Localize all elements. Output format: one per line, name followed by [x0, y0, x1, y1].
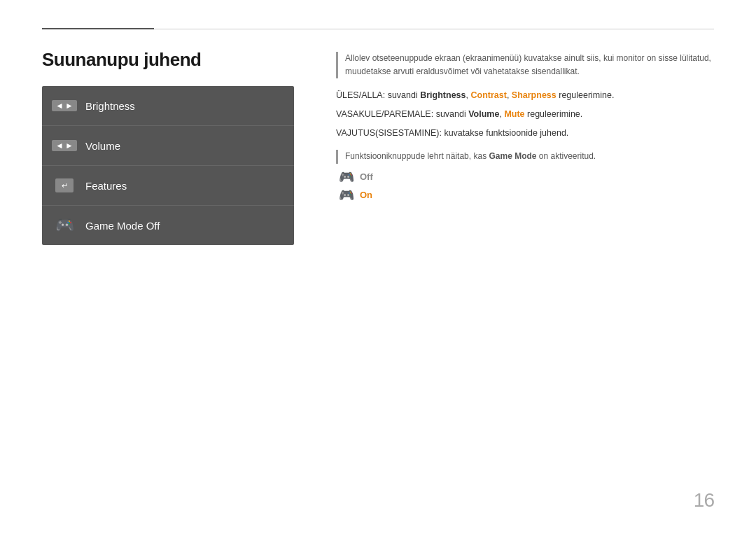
menu-item-brightness[interactable]: ◄ ► Brightness [42, 86, 294, 126]
game-mode-label: Game Mode Off [85, 220, 160, 232]
instruction-press: VAJUTUS(SISESTAMINE): kuvatakse funktsio… [336, 126, 714, 140]
game-mode-on: 🎮 On [339, 188, 714, 203]
enter-icon: ↵ [55, 178, 74, 192]
left-column: Suunanupu juhend ◄ ► Brightness [42, 49, 294, 245]
instruction-up-down: ÜLES/ALLA: suvandi Brightness, Contrast,… [336, 88, 714, 102]
menu-item-volume[interactable]: ◄ ► Volume [42, 126, 294, 166]
main-content: Suunanupu juhend ◄ ► Brightness [42, 49, 714, 245]
note-text: Allolev otseteenuppude ekraan (ekraanime… [345, 52, 714, 78]
instruction-left-right: VASAKULE/PAREMALE: suvandi Volume, Mute … [336, 107, 714, 121]
page-number: 16 [694, 489, 714, 512]
volume-label: Volume [85, 140, 120, 152]
game-mode-note-text: Funktsiooniknuppude lehrt näitab, kas Ga… [345, 150, 714, 163]
top-decorative-lines [42, 28, 714, 29]
game-mode-options: 🎮 Off 🎮 On [339, 169, 714, 203]
game-mode-icon: 🎮 [53, 214, 76, 237]
volume-icon: ◄ ► [53, 134, 76, 157]
menu-item-features[interactable]: ↵ Features [42, 166, 294, 206]
page-container: Suunanupu juhend ◄ ► Brightness [0, 0, 756, 534]
menu-item-game-mode[interactable]: 🎮 Game Mode Off [42, 206, 294, 245]
game-mode-off-label: Off [360, 171, 373, 182]
top-line-light [154, 29, 714, 29]
top-line-dark [42, 28, 154, 29]
brightness-label: Brightness [85, 100, 135, 112]
arrow-left-right-compact-icon: ◄ ► [52, 140, 77, 151]
game-mode-off: 🎮 Off [339, 169, 714, 185]
page-title: Suunanupu juhend [42, 49, 294, 71]
controller-on-icon: 🎮 [339, 188, 354, 203]
game-mode-note: Funktsiooniknuppude lehrt näitab, kas Ga… [336, 150, 714, 163]
game-mode-on-label: On [360, 190, 372, 200]
controller-off-icon: 🎮 [339, 169, 354, 185]
features-icon: ↵ [53, 174, 76, 197]
arrow-left-right-icon: ◄ ► [52, 100, 77, 111]
menu-list: ◄ ► Brightness ◄ ► Volume [42, 86, 294, 245]
brightness-icon: ◄ ► [53, 94, 76, 117]
note-block: Allolev otseteenuppude ekraan (ekraanime… [336, 52, 714, 78]
features-label: Features [85, 180, 127, 192]
right-column: Allolev otseteenuppude ekraan (ekraanime… [336, 49, 714, 203]
